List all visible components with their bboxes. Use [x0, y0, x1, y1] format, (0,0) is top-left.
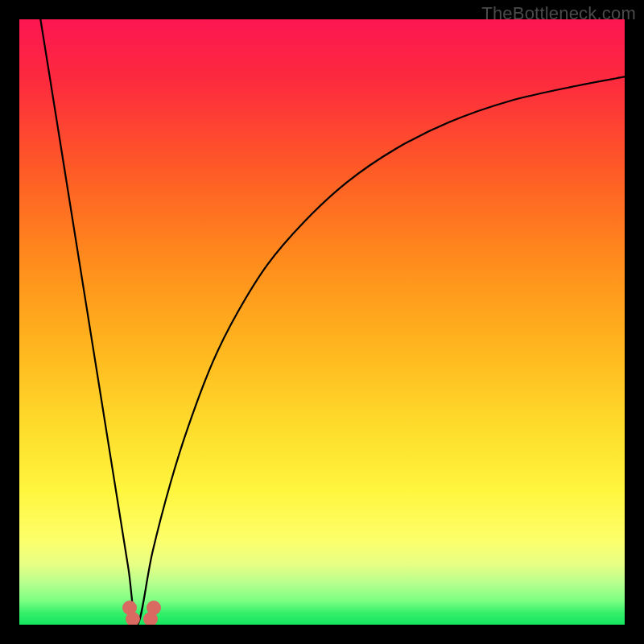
- marker-dot: [143, 612, 158, 625]
- marker-dot: [126, 612, 140, 625]
- plot-area: [19, 19, 625, 625]
- watermark-text: TheBottleneck.com: [481, 3, 636, 24]
- curve-path: [40, 19, 625, 625]
- chart-stage: TheBottleneck.com: [0, 0, 644, 644]
- bottleneck-curve: [19, 19, 625, 625]
